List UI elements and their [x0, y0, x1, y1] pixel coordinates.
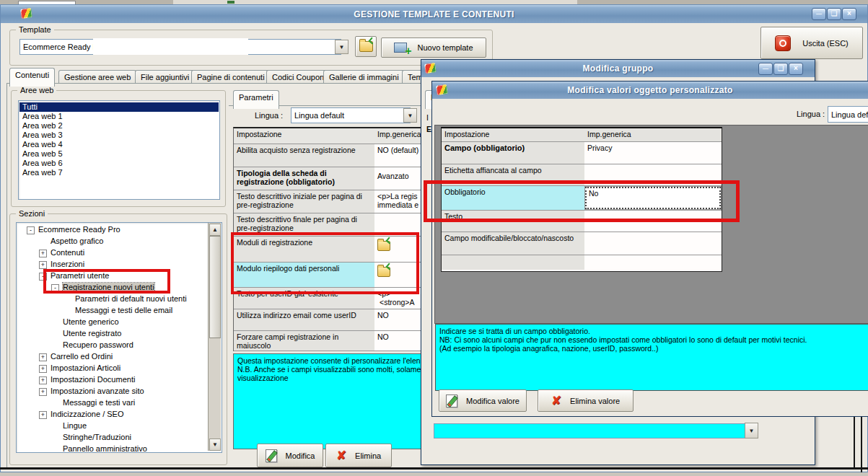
exit-button-label: Uscita (ESC): [802, 39, 849, 48]
valori-lingua-combobox[interactable]: Lingua default: [828, 106, 868, 123]
tree-item[interactable]: +Impostazioni Articoli: [17, 363, 222, 374]
list-item-area-web-7[interactable]: Area web 7: [19, 168, 219, 177]
parametri-info-box: Questa impostazione consente di personal…: [233, 353, 429, 449]
tree-item[interactable]: Messaggi e testi vari: [17, 397, 222, 409]
background-window-icon: [227, 1, 234, 4]
modifica-valore-button[interactable]: Modifica valore: [439, 389, 527, 412]
list-item-area-web-6[interactable]: Area web 6: [19, 159, 219, 168]
dialog-modifica-valori: Modifica valori oggetto personalizzato L…: [431, 81, 868, 417]
aree-web-label: Aree web: [17, 86, 56, 94]
tab-parametri[interactable]: Parametri: [233, 90, 279, 109]
table-row[interactable]: Forzare campi registrazione in maiuscolo…: [234, 331, 422, 351]
sezioni-tree[interactable]: -Ecommerce Ready Pro Aspetto grafico +Co…: [16, 222, 222, 453]
main-window-right-border: [854, 415, 855, 470]
modifica-button-label: Modifica: [286, 451, 315, 460]
tree-item[interactable]: +Contenuti: [17, 247, 222, 259]
tree-item[interactable]: +Carrello ed Ordini: [17, 351, 222, 363]
highlight-registrazione-nuovi-utenti: [43, 269, 170, 294]
tree-item[interactable]: Messaggi e testi delle email: [17, 305, 222, 317]
new-template-button[interactable]: Nuovo template: [381, 38, 486, 58]
valori-row-campo-modificabile[interactable]: Campo modificabile/bloccato/nascosto: [442, 232, 722, 255]
tree-item[interactable]: -Ecommerce Ready Pro: [17, 224, 222, 236]
tree-item[interactable]: Recupero password: [17, 340, 222, 351]
gruppo-table-fragment-2: E: [426, 125, 431, 133]
new-template-label: Nuovo template: [417, 43, 473, 52]
tree-item[interactable]: Aspetto grafico: [17, 236, 222, 247]
sezioni-label: Sezioni: [16, 209, 48, 218]
table-header-row: Impostazione Imp.generica: [234, 128, 422, 144]
tree-item[interactable]: Parametri di default nuovi utenti: [17, 294, 222, 305]
elimina-button-label: Elimina: [355, 451, 381, 460]
lingua-label: Lingua :: [255, 111, 283, 120]
highlight-obbligatorio: [424, 180, 740, 222]
valori-lingua-value: Lingua default: [831, 110, 868, 119]
aree-web-group: Aree web Tutti Area web 1 Area web 2 Are…: [11, 90, 226, 207]
minimize-button[interactable]: —: [812, 8, 826, 20]
list-item-tutti[interactable]: Tutti: [19, 102, 219, 112]
tree-item[interactable]: Lingue: [17, 420, 222, 432]
valori-row-empty[interactable]: [442, 255, 722, 270]
power-icon: [775, 35, 791, 51]
list-item-area-web-5[interactable]: Area web 5: [19, 149, 219, 159]
highlight-moduli-registrazione: [231, 232, 419, 294]
delete-x-icon: ✘: [336, 450, 346, 462]
scroll-down-button[interactable]: ▼: [209, 438, 221, 451]
tab-contenuti[interactable]: Contenuti: [9, 68, 55, 87]
valori-titlebar[interactable]: Modifica valori oggetto personalizzato: [432, 81, 868, 99]
folder-icon: [359, 41, 373, 52]
delete-x-icon: ✘: [551, 395, 561, 407]
gruppo-maximize-button[interactable]: ❏: [773, 63, 788, 75]
tree-item[interactable]: +Indicizzazione / SEO: [17, 409, 222, 420]
lingua-combobox[interactable]: Lingua default: [291, 107, 411, 123]
list-item-area-web-1[interactable]: Area web 1: [19, 112, 219, 121]
template-combobox-arrow[interactable]: ▼: [335, 40, 348, 54]
list-item-area-web-4[interactable]: Area web 4: [19, 140, 219, 149]
tree-item[interactable]: Utente generico: [17, 317, 222, 328]
tree-item[interactable]: Utente registrato: [17, 328, 222, 340]
scroll-up-button[interactable]: ▲: [209, 224, 221, 236]
elimina-valore-button[interactable]: ✘ Elimina valore: [538, 389, 634, 412]
redaction-overlay: [93, 38, 248, 55]
tree-item[interactable]: +Impostazioni avanzate sito: [17, 386, 222, 397]
list-item-area-web-3[interactable]: Area web 3: [19, 131, 219, 140]
gruppo-minimize-button[interactable]: —: [758, 63, 773, 75]
open-template-button[interactable]: [355, 36, 377, 57]
table-row[interactable]: Utilizza indirizzo email come userID NO: [234, 309, 422, 331]
gruppo-titlebar[interactable]: Modifica gruppo — ❏ ×: [421, 60, 815, 77]
aree-web-listbox[interactable]: Tutti Area web 1 Area web 2 Area web 3 A…: [18, 100, 220, 200]
maximize-button[interactable]: ❏: [827, 8, 841, 20]
gruppo-title: Modifica gruppo: [421, 63, 815, 74]
tree-item[interactable]: Pannello amministrativo: [17, 444, 222, 453]
gruppo-close-button[interactable]: ×: [789, 63, 803, 75]
gruppo-table-fragment-1: I: [426, 113, 429, 122]
table-row[interactable]: Tipologia della scheda di registrazione …: [234, 167, 422, 190]
gruppo-combobox[interactable]: [434, 423, 746, 438]
valori-header-row: Impostazione Imp.generica: [442, 128, 722, 142]
tree-item[interactable]: Stringhe/Traduzioni: [17, 432, 222, 444]
scroll-thumb[interactable]: [209, 236, 221, 338]
sezioni-group: Sezioni -Ecommerce Ready Pro Aspetto gra…: [9, 213, 227, 465]
modifica-button[interactable]: Modifica: [257, 444, 323, 467]
exit-button[interactable]: Uscita (ESC): [760, 27, 863, 59]
table-row[interactable]: Abilita acquisto senza registrazione NO …: [234, 144, 422, 167]
pencil-icon: [266, 449, 277, 462]
main-window-title: GESTIONE TEMPLATE E CONTENUTI: [1, 9, 867, 19]
lingua-combobox-value: Lingua default: [294, 111, 344, 120]
table-row[interactable]: Testo descrittivo iniziale per pagina di…: [234, 190, 422, 213]
tree-item[interactable]: +Impostazioni Documenti: [17, 374, 222, 386]
modifica-valore-label: Modifica valore: [466, 397, 520, 405]
valori-lingua-label: Lingua :: [797, 110, 825, 118]
main-window-bottom-border: [0, 467, 868, 470]
list-item-area-web-2[interactable]: Area web 2: [19, 121, 219, 131]
lingua-combobox-arrow[interactable]: ▼: [403, 108, 417, 123]
elimina-button[interactable]: ✘ Elimina: [325, 444, 392, 467]
close-button[interactable]: ×: [842, 8, 856, 20]
template-group-label: Template: [16, 25, 54, 34]
gruppo-combobox-arrow[interactable]: ▼: [745, 423, 758, 438]
valori-row-campo[interactable]: Campo (obbligatorio) Privacy: [442, 142, 722, 164]
sezioni-scrollbar[interactable]: ▲ ▼: [208, 223, 221, 451]
valori-title: Modifica valori oggetto personalizzato: [432, 85, 868, 95]
elimina-valore-label: Elimina valore: [570, 397, 620, 405]
main-titlebar[interactable]: GESTIONE TEMPLATE E CONTENUTI — ❏ ×: [1, 5, 867, 23]
main-window-right-border2: [861, 415, 862, 472]
